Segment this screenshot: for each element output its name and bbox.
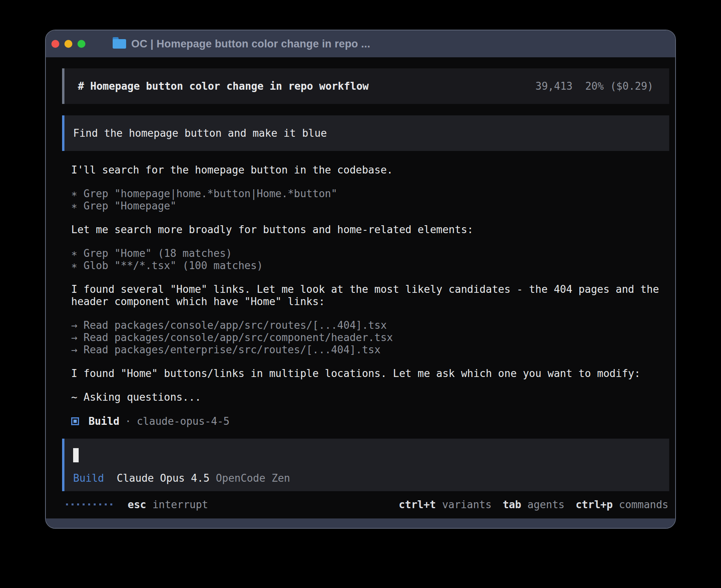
ctrl-t-key: ctrl+t [399,499,436,511]
window-bottom-edge [46,518,675,528]
ctrl-p-key: ctrl+p [576,499,613,511]
terminal-content: # Homepage button color change in repo w… [46,57,675,518]
session-header: # Homepage button color change in repo w… [62,68,669,104]
variants-label: variants [442,499,491,511]
session-cost: ($0.29) [610,80,653,92]
user-message: Find the homepage button and make it blu… [62,115,669,151]
commands-label: commands [619,499,668,511]
working-spinner-dots [66,503,116,505]
assistant-text: I found "Home" buttons/links in multiple… [71,368,669,380]
session-title: # Homepage button color change in repo w… [78,80,369,92]
assistant-text: I found several "Home" links. Let me loo… [71,283,669,296]
esc-label: interrupt [153,499,208,511]
title-bar: OC | Homepage button color change in rep… [46,30,675,57]
assistant-text: I'll search for the homepage button in t… [71,164,669,176]
agent-status-row: Build · claude-opus-4-5 [71,415,669,427]
assistant-transcript: I'll search for the homepage button in t… [62,164,669,427]
agents-hint: tab agents [503,499,565,511]
esc-key: esc [128,499,146,511]
model-label: Claude Opus 4.5 [117,472,210,484]
tool-call-grep: ∗ Grep "Home" (18 matches) [71,247,669,260]
zoom-button[interactable] [77,40,85,48]
assistant-status-text: ~ Asking questions... [71,391,669,403]
input-status-line: BuildClaude Opus 4.5OpenCode Zen [73,472,669,484]
interrupt-hint: esc interrupt [128,499,208,511]
close-button[interactable] [51,40,59,48]
agent-separator: · [125,415,131,427]
agents-label: agents [527,499,564,511]
assistant-text: Let me search more broadly for buttons a… [71,224,669,236]
assistant-text: header component which have "Home" links… [71,296,669,308]
commands-hint: ctrl+p commands [576,499,668,511]
context-percent: 20% [585,80,604,92]
agent-build-icon [71,417,79,425]
tool-call-read: → Read packages/enterprise/src/routes/[.… [71,344,669,356]
text-cursor [73,448,79,462]
folder-icon [113,39,126,49]
agent-mode-label: Build [73,472,104,484]
window-title: OC | Homepage button color change in rep… [131,38,370,50]
agent-model: claude-opus-4-5 [137,415,230,427]
status-bar: esc interrupt ctrl+t variants tab agents… [62,498,669,511]
minimize-button[interactable] [64,40,72,48]
session-stats: 39,41320%($0.29) [536,80,653,92]
user-message-text: Find the homepage button and make it blu… [73,127,327,139]
token-count: 39,413 [536,80,573,92]
tool-call-read: → Read packages/console/app/src/componen… [71,332,669,344]
variants-hint: ctrl+t variants [399,499,492,511]
tool-call-glob: ∗ Glob "**/*.tsx" (100 matches) [71,260,669,272]
tab-key: tab [503,499,521,511]
tool-call-read: → Read packages/console/app/src/routes/[… [71,319,669,332]
tool-call-grep: ∗ Grep "Homepage" [71,200,669,212]
tool-call-grep: ∗ Grep "homepage|home.*button|Home.*butt… [71,188,669,200]
provider-label: OpenCode Zen [216,472,290,484]
terminal-window: OC | Homepage button color change in rep… [45,30,676,529]
prompt-input[interactable]: BuildClaude Opus 4.5OpenCode Zen [62,439,669,491]
agent-name: Build [89,415,119,427]
